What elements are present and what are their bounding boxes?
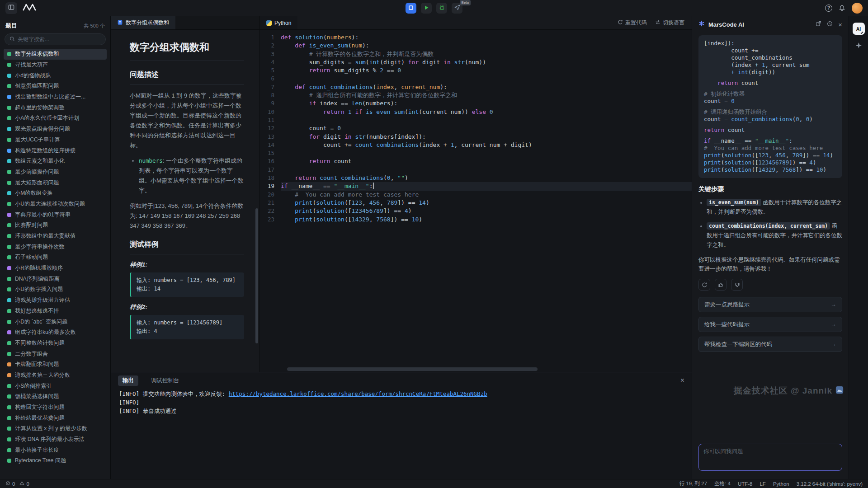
problem-icon [7, 116, 11, 120]
sidebar-toggle-button[interactable] [5, 2, 17, 14]
problem-list-item[interactable]: 计算从位置 x 到 y 的最少步数 [4, 423, 107, 434]
problem-list-item[interactable]: 卡牌翻面求和问题 [4, 359, 107, 370]
problem-list-item[interactable]: 石子移动问题 [4, 252, 107, 263]
ai-suggestion-button[interactable]: 需要一点思路提示→ [698, 297, 842, 312]
problem-label: 最少字符串操作次数 [15, 243, 65, 251]
problem-list-item[interactable]: 寻找最大葫芦 [4, 60, 107, 70]
problem-list-item[interactable]: DNA序列编辑距离 [4, 273, 107, 284]
problem-list-item[interactable]: 二分数字组合 [4, 348, 107, 359]
user-avatar[interactable] [852, 3, 863, 14]
problem-list-item[interactable]: 数组元素之和最小化 [4, 156, 107, 167]
problem-list-item[interactable]: 构造特定数组的逆序拼接 [4, 145, 107, 156]
arrow-right-icon: → [831, 321, 837, 328]
problem-list-item[interactable]: 创意蛋糕匹配问题 [4, 81, 107, 92]
console-tab-output[interactable]: 输出 [118, 375, 138, 386]
thumbs-up-button[interactable] [715, 279, 726, 291]
status-interpreter[interactable]: 3.12.2 64-bit ('shims': pyenv) [797, 481, 863, 487]
problem-list-item[interactable]: Bytedance Tree 问题 [4, 455, 107, 466]
problem-list-item[interactable]: 构造回文字符串问题 [4, 402, 107, 413]
problem-list-item[interactable]: 组成字符串ku的最多次数 [4, 327, 107, 338]
description-tab[interactable]: 数字分组求偶数和 [111, 16, 175, 29]
run-button[interactable] [421, 3, 432, 14]
example-text: 例如对于[123, 456, 789], 14个符合条件的数为: 147 149… [130, 201, 244, 231]
errors-indicator[interactable]: 0 [5, 481, 15, 487]
problem-list-item[interactable]: 最大UCC子串计算 [4, 135, 107, 145]
problem-list-item[interactable]: 小U的数字插入问题 [4, 284, 107, 295]
editor-horizontal-scrollbar[interactable] [287, 367, 538, 371]
problem-list-item[interactable]: 我好想逃却逃不掉 [4, 306, 107, 317]
problem-icon [7, 330, 11, 334]
ai-suggestion-button[interactable]: 给我一些代码提示→ [698, 317, 842, 332]
problem-list-item[interactable]: 最少前缀操作问题 [4, 167, 107, 178]
reset-code-button[interactable]: 重置代码 [618, 19, 647, 27]
help-icon[interactable]: ? [825, 5, 832, 12]
console-link[interactable]: https://bytedance.larkoffice.com/share/b… [229, 390, 487, 397]
thumbs-down-button[interactable] [731, 279, 743, 291]
ai-toggle-button[interactable]: AI [853, 23, 865, 35]
problem-label: 小A的永久代币卡回本计划 [15, 114, 79, 122]
problem-list-item[interactable]: 小R的随机播放顺序 [4, 263, 107, 274]
problem-icon [7, 437, 11, 441]
key-step-item: is_even_sum(num) 函数用于计算数字的各位数字之和，并判断是否为偶… [707, 198, 842, 217]
console-close-icon[interactable]: × [680, 376, 684, 385]
problem-list-item[interactable]: 环状 DNA 序列的最小表示法 [4, 434, 107, 445]
problem-list-item[interactable]: 超市里的货物架调整 [4, 102, 107, 113]
open-in-window-icon[interactable] [816, 20, 821, 28]
problem-list-item[interactable]: 观光景点组合得分问题 [4, 124, 107, 135]
ai-suggestions: 需要一点思路提示→给我一些代码提示→帮我检查一下编辑区的代码→ [698, 297, 842, 352]
code-content[interactable]: def solution(numbers): def is_even_sum(n… [281, 33, 692, 372]
status-encoding[interactable]: UTF-8 [738, 481, 753, 487]
search-box[interactable] [5, 33, 106, 45]
format-button[interactable] [406, 3, 416, 14]
problem-list-item[interactable]: 小A的永久代币卡回本计划 [4, 113, 107, 124]
problem-list-item[interactable]: 游戏英雄升级潜力评估 [4, 295, 107, 306]
problem-icon [7, 106, 11, 110]
warnings-indicator[interactable]: 0 [19, 481, 29, 487]
format-icon [408, 4, 414, 12]
problem-list-item[interactable]: 游戏排名第三大的分数 [4, 370, 107, 381]
problem-list-item[interactable]: 环形数组中的最大贡献值 [4, 231, 107, 242]
problem-list-item[interactable]: 补给站最优花费问题 [4, 413, 107, 423]
problem-list-item[interactable]: 最小替换子串长度 [4, 445, 107, 455]
problem-list-item[interactable]: 小U的最大连续移动次数问题 [4, 199, 107, 210]
regenerate-button[interactable] [698, 279, 710, 291]
sparkle-icon[interactable] [855, 42, 863, 50]
problem-list-item[interactable]: 小d的怪物战队 [4, 70, 107, 81]
problem-list-item[interactable]: 小D的 `abc` 变换问题 [4, 316, 107, 327]
description-scrollbar[interactable] [255, 208, 258, 343]
problem-list-item[interactable]: 不同整数的计数问题 [4, 338, 107, 349]
switch-language-button[interactable]: 切换语言 [655, 19, 684, 27]
beta-badge: Beta [460, 0, 471, 5]
editor-language-tab[interactable]: Python [260, 16, 297, 29]
ai-suggestion-button[interactable]: 帮我检查一下编辑区的代码→ [698, 337, 842, 352]
console-log-line: [INFO] [119, 398, 684, 407]
console-tab-debug[interactable]: 调试控制台 [146, 375, 184, 386]
problem-label: 小S的倒排索引 [15, 382, 52, 390]
problem-list-item[interactable]: 最少字符串操作次数 [4, 241, 107, 252]
notifications-bell-icon[interactable] [839, 5, 845, 11]
problem-list-item[interactable]: 饭桶菜品选择问题 [4, 391, 107, 402]
problem-list-item[interactable]: 比赛配对问题 [4, 220, 107, 231]
submit-button[interactable]: Beta [452, 3, 462, 14]
problem-desc-text: 小M面对一组从 1 到 9 的数字，这些数字被分成多个小组，并从每个小组中选择一… [130, 91, 244, 150]
ai-chat-input[interactable] [698, 444, 842, 471]
status-eol[interactable]: LF [760, 481, 765, 487]
status-cursor-position[interactable]: 行 19, 列 27 [679, 480, 707, 487]
problem-list-item[interactable]: 最大矩形面积问题 [4, 177, 107, 188]
problem-list-item[interactable]: 小M的数组变换 [4, 188, 107, 199]
problem-list-item[interactable]: 数字分组求偶数和 [4, 49, 107, 60]
problem-icon [7, 320, 11, 324]
search-input[interactable] [18, 36, 101, 42]
problem-label: 创意蛋糕匹配问题 [15, 82, 59, 90]
problem-list-item[interactable]: 字典序最小的01字符串 [4, 209, 107, 220]
code-editor[interactable]: 1234567891011121314151617181920212223 de… [260, 30, 692, 372]
status-language[interactable]: Python [773, 481, 789, 487]
history-icon[interactable] [827, 20, 833, 28]
ai-close-icon[interactable]: × [838, 21, 842, 28]
status-indent[interactable]: 空格: 4 [714, 480, 731, 487]
problem-list-item[interactable]: 小S的倒排索引 [4, 380, 107, 391]
debug-button[interactable] [436, 3, 447, 14]
problem-list-item[interactable]: 找出整型数组中占比超过一... [4, 92, 107, 103]
problem-icon [7, 149, 11, 153]
marscode-logo[interactable] [23, 4, 36, 13]
